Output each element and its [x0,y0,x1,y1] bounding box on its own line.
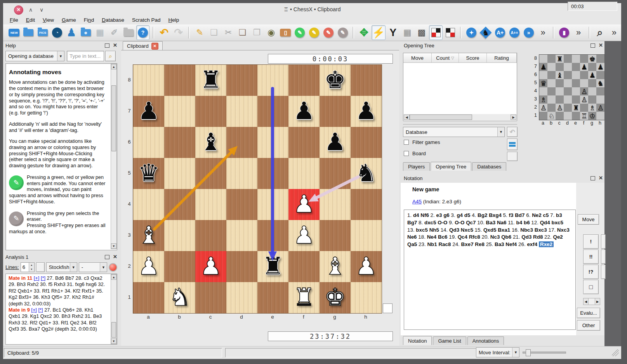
square-d4[interactable] [226,189,257,220]
move-token[interactable]: Qb6 [501,234,511,240]
square-c4[interactable] [195,189,226,220]
square-d2[interactable] [226,251,257,282]
opening-tree-close-icon[interactable]: ✕ [599,43,603,47]
square-e8[interactable] [257,65,288,96]
find-text-icon[interactable]: ⌕ [593,25,607,40]
nag-button-clipped[interactable] [601,265,606,279]
move-token[interactable]: e3 [436,212,442,218]
square-e4[interactable] [257,189,288,220]
square-g4[interactable] [320,189,351,220]
slider-thumb[interactable] [526,349,531,356]
chess-board[interactable]: ♜♚♟♟♟♝♟♛♞♟♝♟♟♟♜♝♟♞♜♚ [133,64,382,314]
square-b3[interactable] [164,220,195,251]
player-database-icon[interactable]: ♟ [64,25,78,40]
move-token[interactable]: Na6 [497,220,507,225]
square-c8[interactable]: ♜ [195,65,226,96]
find-overflow-icon[interactable]: » [607,25,621,40]
move-token[interactable]: dxc5 [424,220,436,225]
square-b8[interactable] [164,65,195,96]
annotate-move-icon[interactable]: A+ [493,25,507,40]
analysis-expand-link[interactable]: [+] [31,307,37,313]
square-d6[interactable] [226,127,257,158]
square-h7[interactable]: ♟ [351,96,382,127]
square-f2[interactable] [288,251,320,282]
training-mode-icon[interactable]: ⚡ [372,25,386,40]
edit-pencil-icon[interactable]: ✎ [193,25,207,40]
tree-database-select[interactable]: Database ▼ [403,127,505,137]
move-token[interactable]: bxc5 [551,220,563,225]
move-interval-slider[interactable] [523,347,566,357]
square-d7[interactable] [226,96,257,127]
annotate-all-icon[interactable]: A++ [507,25,521,40]
piece-white-knight-b1[interactable]: ♞ [164,282,195,313]
merge-game-icon[interactable]: ❏ [207,25,221,40]
square-d5[interactable] [226,158,257,189]
nav-left-icon[interactable]: ◀ [583,298,589,305]
opening-tree-table[interactable]: MoveCount▽ScoreRating ◀ ▶ [403,53,517,121]
scroll-left-icon[interactable]: ◀ [404,114,410,120]
piece-white-bishop-a3[interactable]: ♝ [133,220,164,251]
analysis-float-icon[interactable] [105,255,109,259]
piece-black-pawn-a7[interactable]: ♟ [133,96,164,127]
photo-board-icon[interactable]: ◉ [264,25,278,40]
opening-tree-hscrollbar[interactable]: ◀ ▶ [404,114,516,120]
move-token[interactable]: Qxd5 [483,227,497,233]
board-checkbox[interactable] [404,151,409,156]
move-token[interactable]: Bd7 [515,212,525,218]
move-token[interactable]: Re8 [475,241,485,247]
menu-database[interactable]: Database [98,16,128,24]
spin-down-icon[interactable]: ▼ [29,267,34,272]
square-a4[interactable] [133,189,164,220]
move-token[interactable]: Ba3 [486,220,496,225]
piece-black-pawn-h7[interactable]: ♟ [351,96,382,127]
scroll-down-icon[interactable]: ▼ [111,338,116,344]
pen-yellow-icon[interactable]: ✎ [307,25,321,40]
analysis-lines[interactable]: Mate in 11 [+] [*] 27. Bd6 Bb7 28. c3 Qx… [9,275,106,332]
square-c7[interactable] [195,96,226,127]
square-e1[interactable] [257,282,288,313]
open-database-icon[interactable] [22,25,35,40]
window-minimize-button[interactable]: ∨ [37,5,46,14]
board-theme-alt-icon[interactable] [443,25,457,40]
square-c6[interactable]: ♝ [195,127,226,158]
move-token[interactable]: Rac8 [438,241,451,247]
eco-code-link[interactable]: A45 [412,199,422,205]
layout-tiles-icon[interactable]: ▩ [415,25,428,40]
analysis-expand-link[interactable]: [+] [34,275,40,281]
help-search-input[interactable]: Type in text... [67,51,104,61]
scroll-up-icon[interactable]: ▲ [111,274,116,280]
move-token[interactable]: Nh5 [429,227,439,233]
nag-good-move-button[interactable]: ! [583,234,599,249]
square-h6[interactable] [351,127,382,158]
square-g5[interactable] [320,158,351,189]
help-topic-select[interactable]: Opening a database ▼ [5,51,64,61]
move-token[interactable]: Bxc3 [535,227,547,233]
piece-black-rook-e2[interactable]: ♜ [257,251,288,282]
search-button[interactable]: ⌕ [105,51,116,61]
square-c5[interactable] [195,158,226,189]
square-f5[interactable] [288,158,320,189]
move-token[interactable]: Rfc8 [469,234,480,240]
square-h2[interactable]: ♟ [351,251,382,282]
move-token[interactable]: g4 [457,212,463,218]
piece-white-pawn-f3[interactable]: ♟ [288,220,320,251]
game-moves[interactable]: 1. d4 Nf6 2. e3 g6 3. g4 d5 4. Bg2 Bxg4 … [407,212,572,248]
move-token[interactable]: Bg7 [407,220,417,225]
tree-extra-button[interactable] [507,152,518,161]
move-token[interactable]: Ne4 [427,234,437,240]
variation-branch-icon[interactable]: Y [386,25,400,40]
square-g6[interactable]: ♟ [320,127,351,158]
cut-icon[interactable]: ✂ [222,25,235,40]
move-token[interactable]: f3 [509,212,514,218]
engine-select[interactable]: Stockfish ▼ [46,262,77,272]
square-d1[interactable] [226,282,257,313]
square-a3[interactable]: ♝ [133,220,164,251]
column-header-rating[interactable]: Rating [487,53,517,62]
move-token[interactable]: Nb1 [427,241,437,247]
board-theme-icon[interactable] [429,25,443,40]
tab-clipboard[interactable]: Clipboard ✕ [123,41,163,50]
save-icon[interactable]: ▦ [93,25,107,40]
nag-button-clipped[interactable] [601,250,606,264]
analysis-expand-link[interactable]: [*] [41,275,45,281]
analysis-line[interactable]: Mate in 9 [+] [*] 27. Bc1 Qb6+ 28. Kh1 Q… [9,307,106,333]
